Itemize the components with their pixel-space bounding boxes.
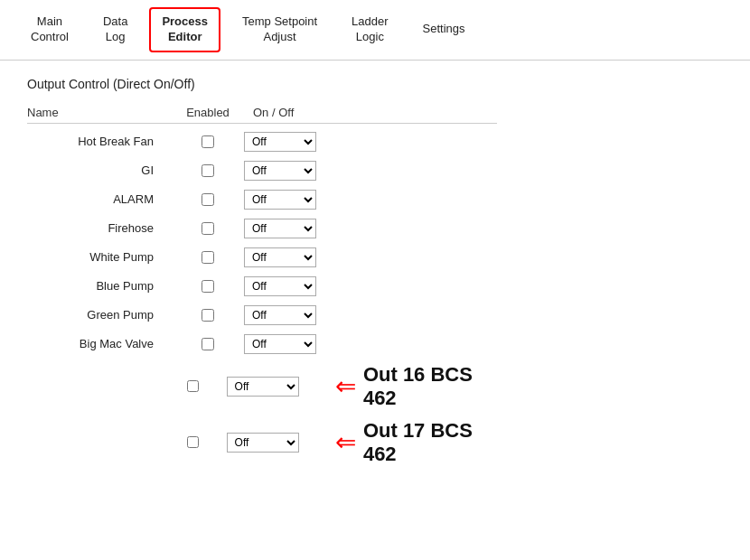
arrow-label-out16: ⇐Out 16 BCS 462 bbox=[335, 363, 497, 410]
annotation-label-out16: Out 16 BCS 462 bbox=[363, 363, 497, 410]
row-enabled bbox=[172, 135, 244, 148]
enabled-checkbox[interactable] bbox=[202, 338, 214, 350]
annotation-checkbox[interactable] bbox=[187, 380, 199, 392]
row-onoff: OffOn bbox=[244, 334, 352, 354]
onoff-select[interactable]: OffOn bbox=[244, 161, 316, 181]
table-row: Green PumpOffOn bbox=[27, 301, 497, 330]
onoff-select[interactable]: OffOn bbox=[244, 190, 316, 210]
content: Output Control (Direct On/Off) Name Enab… bbox=[0, 61, 750, 487]
annotation-onoff: OffOn bbox=[227, 433, 326, 453]
annotation-enabled bbox=[160, 380, 227, 392]
row-enabled bbox=[172, 280, 244, 293]
onoff-select[interactable]: OffOn bbox=[244, 247, 316, 267]
table-row: GIOffOn bbox=[27, 156, 497, 185]
row-onoff: OffOn bbox=[244, 305, 352, 325]
nav-item-temp-setpoint-adjust[interactable]: Temp Setpoint Adjust bbox=[230, 7, 330, 52]
row-enabled bbox=[172, 222, 244, 235]
nav-bar: Main ControlData LogProcess EditorTemp S… bbox=[0, 0, 750, 61]
row-onoff: OffOn bbox=[244, 132, 352, 152]
row-name: Hot Break Fan bbox=[27, 135, 172, 148]
onoff-select[interactable]: OffOn bbox=[244, 219, 316, 238]
annotation-checkbox[interactable] bbox=[187, 436, 199, 448]
row-enabled bbox=[172, 309, 244, 322]
table-row: ALARMOffOn bbox=[27, 185, 497, 214]
table-row: Big Mac ValveOffOn bbox=[27, 330, 497, 359]
row-name: Blue Pump bbox=[27, 279, 172, 293]
enabled-checkbox[interactable] bbox=[202, 135, 214, 148]
nav-item-ladder-logic[interactable]: Ladder Logic bbox=[339, 7, 400, 52]
annotation-enabled bbox=[160, 436, 227, 448]
row-enabled bbox=[172, 251, 244, 264]
table-header: Name Enabled On / Off bbox=[27, 102, 497, 124]
table-row: Blue PumpOffOn bbox=[27, 272, 497, 301]
arrow-icon-out17: ⇐ bbox=[335, 430, 356, 455]
table-row: White PumpOffOn bbox=[27, 243, 497, 272]
section-title: Output Control (Direct On/Off) bbox=[27, 77, 723, 91]
header-onoff: On / Off bbox=[244, 106, 352, 119]
enabled-checkbox[interactable] bbox=[202, 309, 214, 322]
onoff-select[interactable]: OffOn bbox=[244, 305, 316, 325]
annotation-onoff: OffOn bbox=[227, 377, 326, 397]
row-onoff: OffOn bbox=[244, 276, 352, 296]
enabled-checkbox[interactable] bbox=[202, 280, 214, 293]
annotation-select[interactable]: OffOn bbox=[227, 433, 299, 453]
annotation-label-out17: Out 17 BCS 462 bbox=[363, 419, 497, 466]
header-enabled: Enabled bbox=[172, 106, 244, 119]
onoff-select[interactable]: OffOn bbox=[244, 334, 316, 354]
annotation-container: OffOn⇐Out 16 BCS 462OffOn⇐Out 17 BCS 462 bbox=[27, 359, 497, 471]
row-onoff: OffOn bbox=[244, 247, 352, 267]
row-onoff: OffOn bbox=[244, 161, 352, 181]
table-row: Hot Break FanOffOn bbox=[27, 127, 497, 156]
row-onoff: OffOn bbox=[244, 219, 352, 238]
table-row: FirehoseOffOn bbox=[27, 214, 497, 243]
row-enabled bbox=[172, 193, 244, 206]
header-name: Name bbox=[27, 106, 172, 119]
row-name: Green Pump bbox=[27, 308, 172, 322]
enabled-checkbox[interactable] bbox=[202, 251, 214, 264]
annotation-select[interactable]: OffOn bbox=[227, 377, 299, 397]
nav-item-data-log[interactable]: Data Log bbox=[90, 7, 140, 52]
row-name: Big Mac Valve bbox=[27, 337, 172, 350]
rows-container: Hot Break FanOffOnGIOffOnALARMOffOnFireh… bbox=[27, 127, 497, 359]
row-enabled bbox=[172, 164, 244, 177]
onoff-select[interactable]: OffOn bbox=[244, 132, 316, 152]
row-name: Firehose bbox=[27, 221, 172, 235]
onoff-select[interactable]: OffOn bbox=[244, 276, 316, 296]
nav-item-process-editor[interactable]: Process Editor bbox=[149, 7, 220, 52]
enabled-checkbox[interactable] bbox=[202, 193, 214, 206]
annotation-row-out17: OffOn⇐Out 17 BCS 462 bbox=[27, 415, 497, 471]
row-enabled bbox=[172, 338, 244, 350]
output-table: Name Enabled On / Off Hot Break FanOffOn… bbox=[27, 102, 497, 471]
annotation-row-out16: OffOn⇐Out 16 BCS 462 bbox=[27, 359, 497, 415]
row-onoff: OffOn bbox=[244, 190, 352, 210]
nav-item-settings[interactable]: Settings bbox=[410, 14, 478, 44]
enabled-checkbox[interactable] bbox=[202, 222, 214, 235]
arrow-icon-out16: ⇐ bbox=[335, 374, 356, 399]
row-name: ALARM bbox=[27, 192, 172, 206]
nav-item-main-control[interactable]: Main Control bbox=[18, 7, 81, 52]
row-name: White Pump bbox=[27, 250, 172, 264]
arrow-label-out17: ⇐Out 17 BCS 462 bbox=[335, 419, 497, 466]
enabled-checkbox[interactable] bbox=[202, 164, 214, 177]
row-name: GI bbox=[27, 163, 172, 177]
